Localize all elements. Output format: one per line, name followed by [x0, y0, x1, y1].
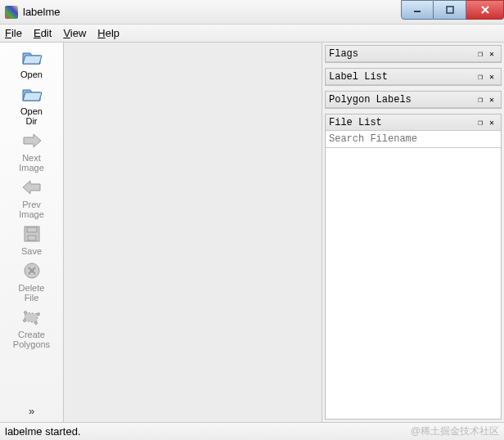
titlebar: labelme: [0, 0, 504, 25]
close-icon[interactable]: ✕: [486, 94, 497, 106]
close-button[interactable]: [466, 0, 504, 20]
delete-file-label: Delete File: [19, 283, 45, 303]
svg-marker-10: [25, 312, 38, 323]
arrow-left-icon: [20, 177, 43, 197]
undock-icon[interactable]: ❐: [475, 117, 486, 128]
arrow-right-icon: [20, 131, 43, 150]
status-text: labelme started.: [5, 425, 81, 438]
save-button[interactable]: Save: [7, 224, 56, 256]
label-list-panel: Label List ❐ ✕: [325, 68, 502, 86]
svg-rect-5: [27, 227, 37, 232]
open-button[interactable]: Open: [7, 47, 56, 79]
create-polygons-button[interactable]: Create Polygons: [7, 308, 56, 349]
close-icon[interactable]: ✕: [486, 48, 497, 60]
canvas-area[interactable]: [64, 43, 322, 422]
menu-view[interactable]: View: [63, 27, 86, 39]
save-label: Save: [21, 246, 42, 256]
menu-help[interactable]: Help: [97, 27, 119, 39]
statusbar: labelme started. @稀土掘金技术社区: [0, 422, 504, 440]
file-list-header[interactable]: File List ❐ ✕: [326, 114, 501, 131]
open-dir-button[interactable]: Open Dir: [7, 84, 56, 126]
watermark: @稀土掘金技术社区: [411, 424, 499, 438]
side-panels: Flags ❐ ✕ Label List ❐ ✕ Polygon Labels …: [322, 43, 504, 422]
flags-panel: Flags ❐ ✕: [325, 45, 502, 63]
menu-file[interactable]: File: [5, 27, 22, 39]
flags-title: Flags: [329, 48, 358, 60]
close-icon[interactable]: ✕: [486, 117, 497, 128]
menu-edit[interactable]: Edit: [34, 27, 52, 39]
polygon-labels-header[interactable]: Polygon Labels ❐ ✕: [326, 92, 501, 108]
svg-point-11: [24, 312, 26, 314]
toolbar-overflow-icon[interactable]: »: [29, 405, 34, 417]
svg-point-13: [34, 322, 37, 325]
maximize-button[interactable]: [434, 0, 466, 20]
svg-rect-1: [447, 7, 453, 13]
svg-rect-6: [28, 236, 36, 240]
body-area: Open Open Dir Next Image Prev Image Save…: [0, 43, 504, 422]
prev-image-button[interactable]: Prev Image: [7, 177, 56, 219]
folder-open-icon: [20, 47, 43, 67]
file-list-title: File List: [329, 117, 382, 128]
label-list-title: Label List: [329, 71, 388, 83]
create-polygons-label: Create Polygons: [13, 330, 50, 349]
file-list-body[interactable]: [326, 148, 501, 419]
polygon-labels-title: Polygon Labels: [329, 94, 412, 106]
next-image-label: Next Image: [19, 153, 44, 173]
polygon-labels-panel: Polygon Labels ❐ ✕: [325, 91, 502, 109]
svg-point-14: [23, 320, 25, 322]
toolbar: Open Open Dir Next Image Prev Image Save…: [0, 43, 64, 422]
label-list-header[interactable]: Label List ❐ ✕: [326, 69, 501, 85]
polygon-icon: [20, 308, 43, 327]
app-icon: [5, 6, 18, 19]
flags-header[interactable]: Flags ❐ ✕: [326, 46, 501, 62]
close-icon[interactable]: ✕: [486, 71, 497, 83]
window-title: labelme: [23, 6, 61, 18]
menubar: File Edit View Help: [0, 25, 504, 43]
minimize-button[interactable]: [401, 0, 434, 20]
folder-open-dir-icon: [20, 84, 43, 104]
open-label: Open: [20, 70, 43, 79]
delete-file-button[interactable]: Delete File: [7, 261, 56, 303]
file-list-panel: File List ❐ ✕: [325, 114, 502, 420]
search-filename-input[interactable]: [326, 131, 501, 148]
undock-icon[interactable]: ❐: [475, 94, 486, 106]
floppy-icon: [20, 224, 43, 244]
undock-icon[interactable]: ❐: [475, 71, 486, 83]
delete-circle-icon: [20, 261, 43, 281]
window-controls: [401, 0, 504, 20]
next-image-button[interactable]: Next Image: [7, 131, 56, 173]
prev-image-label: Prev Image: [19, 200, 44, 219]
svg-point-12: [37, 313, 39, 316]
open-dir-label: Open Dir: [20, 106, 43, 126]
undock-icon[interactable]: ❐: [475, 48, 486, 60]
